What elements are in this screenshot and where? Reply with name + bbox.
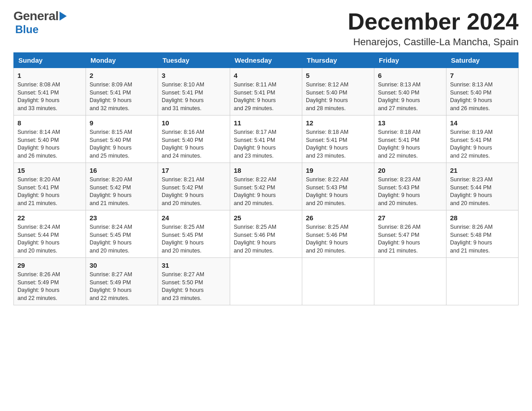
calendar-cell: 25Sunrise: 8:25 AM Sunset: 5:46 PM Dayli…: [230, 210, 302, 258]
calendar-cell: 4Sunrise: 8:11 AM Sunset: 5:41 PM Daylig…: [230, 68, 302, 116]
day-info: Sunrise: 8:11 AM Sunset: 5:41 PM Dayligh…: [234, 81, 298, 112]
calendar-cell: [302, 258, 374, 305]
logo-general-text: General: [13, 9, 59, 23]
day-number: 19: [306, 166, 370, 175]
header-saturday: Saturday: [446, 53, 519, 68]
day-number: 4: [234, 71, 298, 80]
calendar-cell: [446, 258, 519, 305]
calendar-cell: [374, 258, 446, 305]
day-number: 31: [162, 261, 226, 270]
day-info: Sunrise: 8:08 AM Sunset: 5:41 PM Dayligh…: [17, 81, 82, 112]
day-info: Sunrise: 8:12 AM Sunset: 5:40 PM Dayligh…: [306, 81, 370, 112]
calendar-cell: 11Sunrise: 8:17 AM Sunset: 5:41 PM Dayli…: [230, 116, 302, 163]
day-number: 1: [17, 71, 82, 80]
calendar-cell: 9Sunrise: 8:15 AM Sunset: 5:40 PM Daylig…: [86, 116, 158, 163]
calendar-cell: 8Sunrise: 8:14 AM Sunset: 5:40 PM Daylig…: [14, 116, 86, 163]
day-number: 17: [162, 166, 226, 175]
day-number: 18: [234, 166, 298, 175]
calendar-cell: 2Sunrise: 8:09 AM Sunset: 5:41 PM Daylig…: [86, 68, 158, 116]
calendar-cell: 20Sunrise: 8:23 AM Sunset: 5:43 PM Dayli…: [374, 163, 446, 210]
calendar-cell: 26Sunrise: 8:25 AM Sunset: 5:46 PM Dayli…: [302, 210, 374, 258]
day-info: Sunrise: 8:27 AM Sunset: 5:50 PM Dayligh…: [162, 271, 226, 302]
day-info: Sunrise: 8:20 AM Sunset: 5:42 PM Dayligh…: [90, 176, 154, 207]
calendar-cell: 24Sunrise: 8:25 AM Sunset: 5:45 PM Dayli…: [158, 210, 230, 258]
calendar-week-5: 29Sunrise: 8:26 AM Sunset: 5:49 PM Dayli…: [14, 258, 519, 305]
calendar-week-1: 1Sunrise: 8:08 AM Sunset: 5:41 PM Daylig…: [14, 68, 519, 116]
day-number: 12: [306, 118, 370, 128]
day-info: Sunrise: 8:24 AM Sunset: 5:44 PM Dayligh…: [17, 223, 82, 255]
calendar-cell: 5Sunrise: 8:12 AM Sunset: 5:40 PM Daylig…: [302, 68, 374, 116]
day-number: 13: [378, 118, 442, 128]
calendar-cell: 1Sunrise: 8:08 AM Sunset: 5:41 PM Daylig…: [14, 68, 86, 116]
calendar-cell: 10Sunrise: 8:16 AM Sunset: 5:40 PM Dayli…: [158, 116, 230, 163]
month-title: December 2024: [348, 9, 519, 34]
day-number: 6: [378, 71, 442, 80]
day-number: 8: [17, 118, 82, 128]
calendar-cell: 18Sunrise: 8:22 AM Sunset: 5:42 PM Dayli…: [230, 163, 302, 210]
header-friday: Friday: [374, 53, 446, 68]
day-info: Sunrise: 8:17 AM Sunset: 5:41 PM Dayligh…: [234, 128, 298, 160]
header-sunday: Sunday: [14, 53, 86, 68]
page-header: General Blue December 2024 Henarejos, Ca…: [13, 9, 519, 48]
calendar-cell: 3Sunrise: 8:10 AM Sunset: 5:41 PM Daylig…: [158, 68, 230, 116]
day-number: 11: [234, 118, 298, 128]
day-number: 28: [450, 213, 515, 223]
day-number: 21: [450, 166, 515, 175]
day-number: 24: [162, 213, 226, 223]
header-monday: Monday: [86, 53, 158, 68]
day-info: Sunrise: 8:26 AM Sunset: 5:47 PM Dayligh…: [378, 223, 442, 255]
calendar-cell: 28Sunrise: 8:26 AM Sunset: 5:48 PM Dayli…: [446, 210, 519, 258]
day-info: Sunrise: 8:19 AM Sunset: 5:41 PM Dayligh…: [450, 128, 515, 160]
day-info: Sunrise: 8:25 AM Sunset: 5:46 PM Dayligh…: [306, 223, 370, 255]
day-info: Sunrise: 8:20 AM Sunset: 5:41 PM Dayligh…: [17, 176, 82, 207]
day-info: Sunrise: 8:25 AM Sunset: 5:45 PM Dayligh…: [162, 223, 226, 255]
calendar-cell: 13Sunrise: 8:18 AM Sunset: 5:41 PM Dayli…: [374, 116, 446, 163]
day-number: 16: [90, 166, 154, 175]
day-info: Sunrise: 8:26 AM Sunset: 5:48 PM Dayligh…: [450, 223, 515, 255]
calendar-cell: 16Sunrise: 8:20 AM Sunset: 5:42 PM Dayli…: [86, 163, 158, 210]
day-info: Sunrise: 8:22 AM Sunset: 5:43 PM Dayligh…: [306, 176, 370, 207]
day-number: 7: [450, 71, 515, 80]
header-wednesday: Wednesday: [230, 53, 302, 68]
day-info: Sunrise: 8:18 AM Sunset: 5:41 PM Dayligh…: [306, 128, 370, 160]
day-number: 22: [17, 213, 82, 223]
day-number: 10: [162, 118, 226, 128]
day-number: 29: [17, 261, 82, 270]
day-number: 23: [90, 213, 154, 223]
day-info: Sunrise: 8:23 AM Sunset: 5:44 PM Dayligh…: [450, 176, 515, 207]
day-number: 30: [90, 261, 154, 270]
day-info: Sunrise: 8:23 AM Sunset: 5:43 PM Dayligh…: [378, 176, 442, 207]
day-info: Sunrise: 8:24 AM Sunset: 5:45 PM Dayligh…: [90, 223, 154, 255]
day-info: Sunrise: 8:22 AM Sunset: 5:42 PM Dayligh…: [234, 176, 298, 207]
day-number: 20: [378, 166, 442, 175]
day-number: 14: [450, 118, 515, 128]
day-number: 2: [90, 71, 154, 80]
day-info: Sunrise: 8:16 AM Sunset: 5:40 PM Dayligh…: [162, 128, 226, 160]
header-tuesday: Tuesday: [158, 53, 230, 68]
location-subtitle: Henarejos, Castille-La Mancha, Spain: [348, 36, 519, 48]
day-number: 27: [378, 213, 442, 223]
calendar-cell: 15Sunrise: 8:20 AM Sunset: 5:41 PM Dayli…: [14, 163, 86, 210]
day-info: Sunrise: 8:18 AM Sunset: 5:41 PM Dayligh…: [378, 128, 442, 160]
day-info: Sunrise: 8:13 AM Sunset: 5:40 PM Dayligh…: [450, 81, 515, 112]
day-info: Sunrise: 8:10 AM Sunset: 5:41 PM Dayligh…: [162, 81, 226, 112]
logo-chevron-icon: [60, 10, 69, 22]
logo: General Blue: [13, 9, 69, 36]
calendar-cell: [230, 258, 302, 305]
day-info: Sunrise: 8:26 AM Sunset: 5:49 PM Dayligh…: [17, 271, 82, 302]
calendar-cell: 29Sunrise: 8:26 AM Sunset: 5:49 PM Dayli…: [14, 258, 86, 305]
day-info: Sunrise: 8:27 AM Sunset: 5:49 PM Dayligh…: [90, 271, 154, 302]
calendar-cell: 17Sunrise: 8:21 AM Sunset: 5:42 PM Dayli…: [158, 163, 230, 210]
calendar-table: SundayMondayTuesdayWednesdayThursdayFrid…: [13, 52, 519, 305]
calendar-week-4: 22Sunrise: 8:24 AM Sunset: 5:44 PM Dayli…: [14, 210, 519, 258]
logo-blue-text: Blue: [15, 23, 39, 35]
day-info: Sunrise: 8:25 AM Sunset: 5:46 PM Dayligh…: [234, 223, 298, 255]
calendar-cell: 6Sunrise: 8:13 AM Sunset: 5:40 PM Daylig…: [374, 68, 446, 116]
day-info: Sunrise: 8:21 AM Sunset: 5:42 PM Dayligh…: [162, 176, 226, 207]
day-info: Sunrise: 8:15 AM Sunset: 5:40 PM Dayligh…: [90, 128, 154, 160]
title-area: December 2024 Henarejos, Castille-La Man…: [348, 9, 519, 48]
day-number: 5: [306, 71, 370, 80]
calendar-cell: 21Sunrise: 8:23 AM Sunset: 5:44 PM Dayli…: [446, 163, 519, 210]
header-thursday: Thursday: [302, 53, 374, 68]
calendar-week-2: 8Sunrise: 8:14 AM Sunset: 5:40 PM Daylig…: [14, 116, 519, 163]
